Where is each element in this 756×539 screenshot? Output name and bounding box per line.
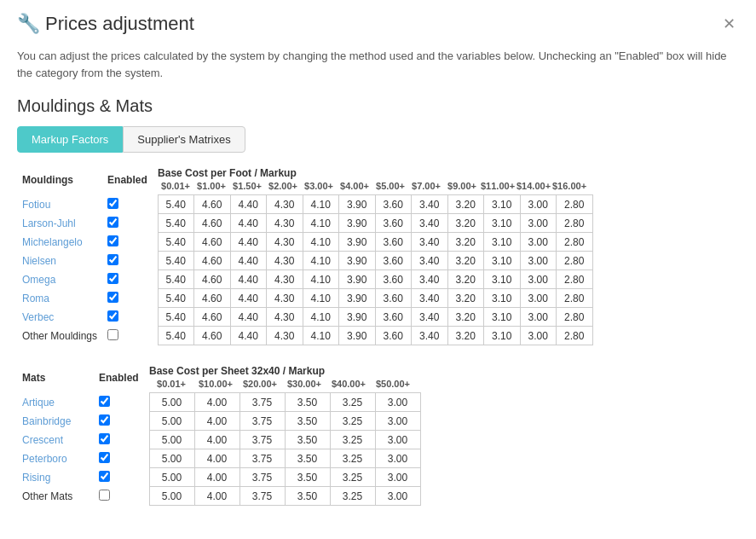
mouldings-col-header-value: $3.00+	[301, 181, 337, 191]
enabled-cell	[102, 195, 158, 214]
mat-name: Other Mats	[17, 487, 94, 506]
table-row: Artique5.004.003.753.503.253.00	[17, 393, 420, 412]
mouldings-col-header-value: $9.00+	[444, 181, 480, 191]
value-cell: 4.40	[230, 214, 267, 233]
enabled-checkbox[interactable]	[107, 273, 118, 284]
mat-link[interactable]: Bainbridge	[22, 415, 71, 427]
value-cell: 3.00	[520, 327, 557, 345]
value-cell: 4.40	[230, 252, 267, 270]
mat-link[interactable]: Crescent	[22, 434, 63, 446]
moulding-name: Michelangelo	[17, 233, 102, 252]
moulding-name: Fotiou	[17, 195, 102, 214]
mat-value-cell: 3.25	[330, 449, 375, 468]
mat-value-cell: 5.00	[149, 449, 194, 468]
mat-value-cell: 5.00	[149, 431, 194, 449]
mat-enabled-checkbox[interactable]	[99, 490, 110, 501]
value-cell: 2.80	[557, 195, 593, 214]
value-cell: 3.00	[520, 252, 557, 270]
value-cell: 4.10	[303, 214, 339, 233]
moulding-name: Omega	[17, 270, 102, 289]
value-cell: 3.60	[375, 327, 412, 345]
value-cell: 5.40	[158, 214, 194, 233]
mat-enabled-checkbox[interactable]	[99, 471, 110, 482]
table-row: Bainbridge5.004.003.753.503.253.00	[17, 412, 420, 431]
mat-enabled-checkbox[interactable]	[99, 452, 110, 463]
mat-value-cell: 4.00	[194, 393, 239, 412]
mat-enabled-cell	[94, 412, 149, 431]
mat-value-cell: 3.00	[375, 449, 420, 468]
value-cell: 3.20	[447, 233, 484, 252]
page-header: 🔧 Prices adjustment ✕	[17, 13, 739, 35]
table-row: Crescent5.004.003.753.503.253.00	[17, 431, 420, 449]
value-cell: 3.40	[412, 327, 448, 345]
table-row: Other Mats5.004.003.753.503.253.00	[17, 487, 420, 506]
value-cell: 3.90	[339, 327, 376, 345]
value-cell: 4.30	[267, 327, 303, 345]
mat-enabled-cell	[94, 487, 149, 506]
enabled-checkbox[interactable]	[107, 310, 118, 322]
enabled-checkbox[interactable]	[107, 217, 118, 228]
moulding-link[interactable]: Fotiou	[22, 199, 50, 211]
moulding-link[interactable]: Nielsen	[22, 255, 56, 267]
value-cell: 4.40	[230, 270, 267, 289]
moulding-link[interactable]: Verbec	[22, 311, 54, 323]
mat-link[interactable]: Rising	[22, 472, 50, 484]
mouldings-col-header-value: $16.00+	[551, 181, 587, 191]
enabled-cell	[102, 252, 158, 270]
close-button[interactable]: ✕	[719, 14, 739, 33]
enabled-cell	[102, 233, 158, 252]
enabled-col-header: Enabled	[102, 165, 158, 195]
mat-name: Bainbridge	[17, 412, 94, 431]
enabled-cell	[102, 214, 158, 233]
mat-enabled-cell	[94, 468, 149, 487]
enabled-checkbox[interactable]	[107, 292, 118, 303]
mouldings-col-header-value: $5.00+	[372, 181, 408, 191]
mat-enabled-checkbox[interactable]	[99, 433, 110, 444]
value-cell: 4.60	[194, 270, 231, 289]
enabled-checkbox[interactable]	[107, 329, 118, 340]
value-cell: 4.30	[267, 252, 303, 270]
mat-value-cell: 3.75	[239, 412, 285, 431]
mat-value-cell: 3.75	[239, 393, 285, 412]
mouldings-col-header-value: $0.01+	[158, 181, 193, 191]
table-row: Larson-Juhl5.404.604.404.304.103.903.603…	[17, 214, 592, 233]
mat-value-cell: 3.75	[239, 468, 285, 487]
value-cell: 2.80	[557, 214, 593, 233]
enabled-cell	[102, 270, 158, 289]
mat-value-cell: 3.25	[330, 487, 375, 506]
mouldings-col-header: Mouldings	[17, 165, 102, 195]
mat-link[interactable]: Artique	[22, 397, 55, 409]
mats-table: Mats Enabled Base Cost per Sheet 32x40 /…	[17, 362, 421, 506]
enabled-checkbox[interactable]	[107, 198, 118, 209]
value-cell: 3.10	[484, 214, 521, 233]
enabled-cell	[102, 308, 158, 327]
value-cell: 3.90	[339, 289, 376, 308]
mat-enabled-checkbox[interactable]	[99, 414, 110, 426]
enabled-checkbox[interactable]	[107, 254, 118, 265]
value-cell: 3.60	[375, 289, 412, 308]
mat-value-cell: 5.00	[149, 487, 194, 506]
moulding-link[interactable]: Larson-Juhl	[22, 217, 76, 229]
mat-enabled-cell	[94, 449, 149, 468]
value-cell: 4.60	[194, 308, 231, 327]
value-cell: 2.80	[557, 252, 593, 270]
mat-value-cell: 3.25	[330, 468, 375, 487]
moulding-link[interactable]: Omega	[22, 274, 55, 286]
mat-link[interactable]: Peterboro	[22, 453, 67, 465]
value-cell: 3.40	[412, 195, 448, 214]
moulding-link[interactable]: Roma	[22, 293, 49, 304]
value-cell: 5.40	[158, 270, 194, 289]
table-row: Fotiou5.404.604.404.304.103.903.603.403.…	[17, 195, 592, 214]
moulding-name: Other Mouldings	[17, 327, 102, 345]
mat-value-cell: 3.25	[330, 393, 375, 412]
mat-enabled-checkbox[interactable]	[99, 396, 110, 407]
moulding-link[interactable]: Michelangelo	[22, 236, 83, 248]
mat-enabled-cell	[94, 431, 149, 449]
moulding-name: Larson-Juhl	[17, 214, 102, 233]
tab-markup-factors[interactable]: Markup Factors	[17, 126, 123, 153]
value-cell: 4.40	[230, 195, 267, 214]
value-cell: 3.00	[520, 214, 557, 233]
value-cell: 3.60	[375, 252, 412, 270]
enabled-checkbox[interactable]	[107, 235, 118, 246]
tab-supplier-matrixes[interactable]: Supplier's Matrixes	[123, 126, 245, 153]
